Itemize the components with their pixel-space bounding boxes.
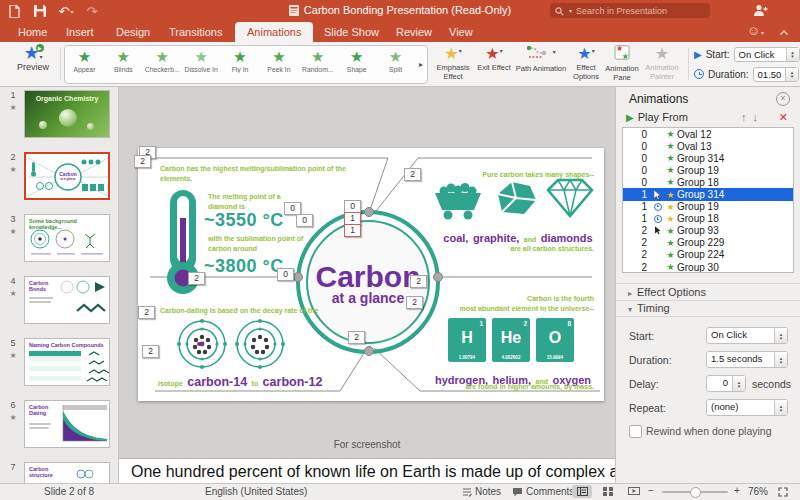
- duration-input[interactable]: 01.50 ▴▾: [753, 67, 799, 82]
- tab-transitions[interactable]: Transitions: [165, 22, 226, 42]
- tab-home[interactable]: Home: [14, 22, 51, 42]
- notes-pane[interactable]: One hundred percent of known life on Ear…: [119, 458, 615, 484]
- animation-row[interactable]: 0★Group 19: [623, 164, 793, 176]
- animation-order-badge[interactable]: 0: [296, 214, 313, 227]
- animation-row[interactable]: 0★Oval 13: [623, 140, 793, 152]
- preview-button[interactable]: ★ ▶ ▾ Preview: [8, 45, 58, 73]
- animation-order-badge[interactable]: 2: [410, 275, 427, 288]
- normal-view-button[interactable]: [572, 485, 592, 498]
- rewind-checkbox[interactable]: [629, 425, 642, 438]
- slide-sorter-view-button[interactable]: [598, 485, 618, 498]
- timing-repeat-dropdown[interactable]: (none)▴▾: [706, 399, 788, 416]
- tab-slide-show[interactable]: Slide Show: [320, 22, 383, 42]
- animation-row[interactable]: 2★Group 30: [623, 261, 793, 273]
- fit-to-window-icon[interactable]: [778, 487, 788, 499]
- shapes-intro-text[interactable]: Pure carbon takes many shapes--: [482, 170, 594, 180]
- move-up-icon[interactable]: ↑: [741, 111, 753, 123]
- shapes-outro-text[interactable]: are all carbon structures.: [510, 244, 594, 254]
- timing-duration-dropdown[interactable]: 1.5 seconds▴▾: [706, 351, 788, 368]
- animation-row[interactable]: 0★Group 18: [623, 176, 793, 188]
- effect-split[interactable]: ★Split: [376, 46, 415, 83]
- animation-order-badge[interactable]: 0: [277, 268, 294, 281]
- animation-order-badge[interactable]: 2: [404, 168, 421, 181]
- timing-start-dropdown[interactable]: On Click▴▾: [706, 327, 788, 344]
- exit-effect-button[interactable]: ★▾ Exit Effect: [474, 45, 514, 73]
- animation-row[interactable]: 0★Oval 12: [623, 128, 793, 140]
- language-indicator[interactable]: English (United States): [205, 486, 307, 497]
- animation-row[interactable]: 2★Group 229: [623, 237, 793, 249]
- duration-stepper[interactable]: ▴▾: [785, 68, 797, 81]
- slide-thumbnail-4[interactable]: Carbon Bonds: [24, 276, 110, 324]
- zoom-in-button[interactable]: +: [734, 485, 740, 496]
- move-down-icon[interactable]: ↓: [753, 111, 765, 123]
- melting-intro-text[interactable]: Carbon has the highest melting/sublimati…: [160, 164, 370, 184]
- slide-thumbnail-5[interactable]: Naming Carbon Compounds: [24, 338, 110, 386]
- animation-order-badge[interactable]: 2: [188, 272, 205, 285]
- slide-canvas[interactable]: Carbon has the highest melting/sublimati…: [138, 148, 604, 401]
- close-pane-icon[interactable]: ×: [776, 92, 790, 106]
- start-dropdown[interactable]: On Click ▴▾: [734, 47, 800, 62]
- timing-delay-input[interactable]: 0▴▾: [706, 375, 746, 392]
- isotope-caption[interactable]: isotope carbon-14 to carbon-12: [158, 372, 388, 390]
- animation-row[interactable]: 0★Group 314: [623, 152, 793, 164]
- abundance-intro-2[interactable]: most abundant element in the universe--: [459, 304, 594, 314]
- effect-fly-in[interactable]: ★Fly In: [221, 46, 260, 83]
- slide-thumbnail-6[interactable]: Carbon Dating: [24, 400, 110, 448]
- element-tile-helium[interactable]: 2 He 4.002602: [492, 318, 530, 362]
- tab-animations[interactable]: Animations: [235, 22, 313, 42]
- animation-order-badge[interactable]: 2: [406, 296, 423, 309]
- path-animation-button[interactable]: ▾ Path Animation: [515, 45, 567, 74]
- melting-temp-2[interactable]: ~3800 °C: [204, 256, 284, 277]
- tab-insert[interactable]: Insert: [62, 22, 98, 42]
- animation-order-badge[interactable]: 2: [348, 331, 365, 344]
- abundance-intro-1[interactable]: Carbon is the fourth: [527, 294, 594, 304]
- melting-temp-1[interactable]: ~3550 °C: [204, 210, 284, 231]
- slideshow-view-button[interactable]: [624, 485, 644, 498]
- slide-thumbnail-7[interactable]: Carbon structure: [24, 462, 110, 484]
- search-box[interactable]: ▾ Search in Presentation: [550, 3, 710, 18]
- zoom-percentage[interactable]: 76%: [748, 486, 768, 497]
- feedback-smiley-icon[interactable]: ☺▾: [747, 23, 764, 38]
- animation-pane-button[interactable]: ★ ★ Animation Pane: [602, 45, 642, 82]
- slide-thumbnail-3[interactable]: Some background knowledge...: [24, 214, 110, 262]
- animation-order-badge[interactable]: 2: [138, 306, 155, 319]
- animation-row[interactable]: 1★Group 18: [623, 213, 793, 225]
- notes-toggle-button[interactable]: Notes: [462, 486, 501, 499]
- effect-options-button[interactable]: ★▾ Effect Options: [566, 45, 606, 81]
- effect-peek-in[interactable]: ★Peek In: [259, 46, 298, 83]
- emphasis-effect-button[interactable]: ★▾ Emphasis Effect: [433, 45, 473, 81]
- abundance-outro-text[interactable]: are found in higher amounts, by mass.: [466, 382, 594, 392]
- tab-design[interactable]: Design: [112, 22, 154, 42]
- effect-appear[interactable]: ★Appear: [65, 46, 104, 83]
- effect-options-section-header[interactable]: ▸Effect Options: [616, 283, 800, 301]
- effect-blinds[interactable]: ★Blinds: [104, 46, 143, 83]
- tab-review[interactable]: Review: [392, 22, 436, 42]
- element-tile-oxygen[interactable]: 8 O 15.9994: [536, 318, 574, 362]
- animation-order-badge-selected[interactable]: 1: [344, 224, 361, 237]
- gallery-scroll-arrow[interactable]: ▸: [415, 46, 427, 83]
- animation-row[interactable]: 2 ★ Group 93: [623, 225, 793, 237]
- animation-order-badge[interactable]: 2: [142, 345, 159, 358]
- slide-thumbnail-1[interactable]: Organic Chemistry: [24, 90, 110, 138]
- animation-row[interactable]: 2★Group 224: [623, 249, 793, 261]
- element-tile-hydrogen[interactable]: 1 H 1.00794: [448, 318, 486, 362]
- animation-order-badge[interactable]: 2: [134, 155, 151, 168]
- delete-animation-icon[interactable]: ✕: [779, 111, 788, 124]
- zoom-slider-thumb[interactable]: [690, 487, 701, 498]
- collapse-ribbon-button[interactable]: [780, 30, 788, 35]
- play-from-button[interactable]: ▶Play From: [626, 111, 688, 123]
- effect-dissolve-in[interactable]: ★Dissolve In: [182, 46, 221, 83]
- timing-section-header[interactable]: ▾Timing: [616, 300, 800, 317]
- melting-line-2[interactable]: with the sublimation point of carbon aro…: [208, 234, 308, 254]
- share-person-icon[interactable]: [753, 3, 768, 21]
- effect-shape[interactable]: ★Shape: [337, 46, 376, 83]
- dating-intro-text[interactable]: Carbon-dating is based on the decay rate…: [160, 306, 360, 316]
- comments-toggle-button[interactable]: Comments: [512, 486, 574, 499]
- zoom-out-button[interactable]: −: [648, 485, 654, 496]
- effect-random[interactable]: ★Random...: [298, 46, 337, 83]
- start-stepper[interactable]: ▴▾: [786, 48, 799, 61]
- animation-row-selected[interactable]: 1 ★ Group 314: [623, 188, 793, 200]
- effect-checkerboard[interactable]: ★Checkerb...: [143, 46, 182, 83]
- animation-row[interactable]: 1★Group 19: [623, 201, 793, 213]
- slide-thumbnail-2-selected[interactable]: Carbon at a glance: [24, 152, 110, 200]
